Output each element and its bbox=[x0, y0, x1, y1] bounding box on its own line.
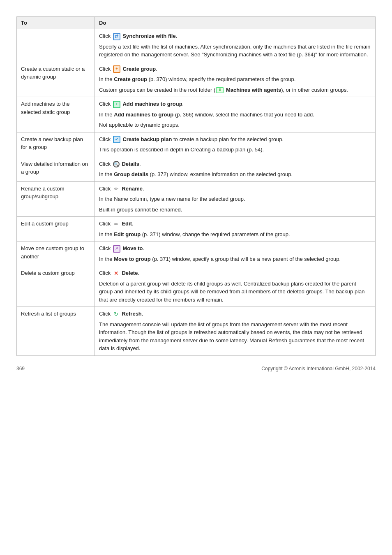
action-label: Rename bbox=[122, 186, 143, 192]
regular-text: (p. 371) window, specify a group that wi… bbox=[151, 256, 341, 262]
regular-text: (p. 366) window, select the machines tha… bbox=[173, 111, 314, 118]
edit-icon: ✏ bbox=[113, 221, 120, 228]
table-row: Add machines to the selected static grou… bbox=[17, 97, 376, 132]
regular-text: In the bbox=[99, 76, 114, 82]
table-row: View detailed information on a groupClic… bbox=[17, 157, 376, 181]
do-cell: Click 🔍 Details.In the Group details (p.… bbox=[95, 157, 376, 181]
delete-icon: ✕ bbox=[113, 270, 120, 277]
machines-icon: 🖥 bbox=[216, 87, 224, 93]
action-label: Add machines to group bbox=[122, 101, 182, 107]
add-machines-icon: + bbox=[113, 101, 120, 108]
do-block: This operation is described in depth in … bbox=[99, 146, 371, 154]
sync-icon: ⇄ bbox=[113, 33, 120, 40]
regular-text: In the bbox=[99, 231, 114, 237]
regular-text: Custom groups can be created in the root… bbox=[99, 87, 215, 93]
action-label: Delete bbox=[122, 270, 138, 276]
regular-text: ), or in other custom groups. bbox=[281, 87, 348, 93]
page-number: 369 bbox=[16, 366, 25, 372]
do-block: In the Name column, type a new name for … bbox=[99, 195, 371, 203]
do-cell: Click ⇄ Synchronize with file.Specify a … bbox=[95, 29, 376, 62]
do-block: Click ✕ Delete. bbox=[99, 269, 371, 277]
do-block: Click ↗ Move to. bbox=[99, 244, 371, 253]
do-block: Not applicable to dynamic groups. bbox=[99, 121, 371, 129]
bold-text: Create group bbox=[114, 76, 147, 82]
table-row: Click ⇄ Synchronize with file.Specify a … bbox=[17, 29, 376, 62]
do-block: In the Move to group (p. 371) window, sp… bbox=[99, 255, 371, 263]
copyright: Copyright © Acronis International GmbH, … bbox=[261, 366, 376, 372]
do-cell: Click ↗ Move to.In the Move to group (p.… bbox=[95, 242, 376, 266]
do-block: In the Edit group (p. 371) window, chang… bbox=[99, 230, 371, 239]
do-cell: Click ↻ Refresh.The management console w… bbox=[95, 307, 376, 356]
do-block: Click ✔ Create backup plan to create a b… bbox=[99, 135, 371, 144]
table-row: Move one custom group to anotherClick ↗ … bbox=[17, 242, 376, 266]
do-block: In the Group details (p. 372) window, ex… bbox=[99, 170, 371, 179]
page-footer: 369 Copyright © Acronis International Gm… bbox=[16, 366, 376, 372]
move-icon: ↗ bbox=[113, 245, 120, 253]
bold-text: Edit group bbox=[114, 231, 141, 237]
do-cell: Click ✏ Edit.In the Edit group (p. 371) … bbox=[95, 217, 376, 242]
action-label: Synchronize with file bbox=[122, 33, 175, 39]
regular-text: (p. 371) window, change the required par… bbox=[141, 231, 290, 237]
bold-text: Group details bbox=[114, 171, 148, 177]
refresh-icon: ↻ bbox=[113, 311, 120, 318]
regular-text: In the bbox=[99, 171, 114, 177]
to-cell: Create a custom static or a dynamic grou… bbox=[17, 62, 95, 97]
to-cell: Edit a custom group bbox=[17, 217, 95, 242]
regular-text: (p. 370) window, specify the required pa… bbox=[147, 76, 295, 82]
to-cell: Create a new backup plan for a group bbox=[17, 132, 95, 157]
table-row: Create a custom static or a dynamic grou… bbox=[17, 62, 376, 97]
create-group-icon: + bbox=[113, 65, 120, 73]
main-table: To Do Click ⇄ Synchronize with file.Spec… bbox=[16, 16, 376, 356]
to-cell: Move one custom group to another bbox=[17, 242, 95, 266]
do-block: Click ⇄ Synchronize with file. bbox=[99, 32, 371, 40]
to-cell: Rename a custom group/subgroup bbox=[17, 181, 95, 217]
col-do-header: Do bbox=[95, 17, 376, 29]
do-block: Built-in groups cannot be renamed. bbox=[99, 206, 371, 214]
do-block: Click + Create group. bbox=[99, 65, 371, 73]
regular-text: (p. 372) window, examine information on … bbox=[148, 171, 293, 177]
do-block: Click ✏ Rename. bbox=[99, 185, 371, 193]
action-label: Create backup plan bbox=[122, 136, 172, 142]
action-label: Move to bbox=[122, 245, 143, 251]
to-cell: Add machines to the selected static grou… bbox=[17, 97, 95, 132]
action-label: Refresh bbox=[122, 311, 141, 317]
action-label: Create group bbox=[122, 66, 156, 72]
bold-text: Move to group bbox=[114, 256, 151, 262]
bold-text: Add machines to group bbox=[114, 111, 173, 118]
do-block: Click ✏ Edit. bbox=[99, 220, 371, 228]
to-cell: Refresh a list of groups bbox=[17, 307, 95, 356]
details-icon: 🔍 bbox=[113, 161, 120, 167]
do-block: Click + Add machines to group. bbox=[99, 100, 371, 108]
regular-text: In the bbox=[99, 111, 114, 118]
to-cell: Delete a custom group bbox=[17, 266, 95, 307]
do-cell: Click ✏ Rename.In the Name column, type … bbox=[95, 181, 376, 217]
regular-text: In the bbox=[99, 256, 114, 262]
do-cell: Click + Create group.In the Create group… bbox=[95, 62, 376, 97]
do-block: In the Create group (p. 370) window, spe… bbox=[99, 75, 371, 84]
action-label: Edit bbox=[122, 221, 132, 227]
action-label: Details bbox=[122, 161, 139, 167]
backup-plan-icon: ✔ bbox=[113, 136, 120, 143]
do-cell: Click ✔ Create backup plan to create a b… bbox=[95, 132, 376, 157]
do-block: Click ↻ Refresh. bbox=[99, 310, 371, 318]
rename-icon: ✏ bbox=[113, 186, 120, 192]
do-cell: Click + Add machines to group.In the Add… bbox=[95, 97, 376, 132]
do-block: Custom groups can be created in the root… bbox=[99, 86, 371, 94]
to-cell: View detailed information on a group bbox=[17, 157, 95, 181]
to-cell bbox=[17, 29, 95, 62]
table-row: Edit a custom groupClick ✏ Edit.In the E… bbox=[17, 217, 376, 242]
do-block: In the Add machines to group (p. 366) wi… bbox=[99, 111, 371, 119]
do-block: Click 🔍 Details. bbox=[99, 160, 371, 168]
icon-label: Machines with agents bbox=[226, 87, 281, 93]
table-row: Refresh a list of groupsClick ↻ Refresh.… bbox=[17, 307, 376, 356]
do-block: Specify a text file with the list of mac… bbox=[99, 43, 371, 59]
table-row: Delete a custom groupClick ✕ Delete.Dele… bbox=[17, 266, 376, 307]
col-to-header: To bbox=[17, 17, 95, 29]
do-block: Deletion of a parent group will delete i… bbox=[99, 280, 371, 304]
do-block: The management console will update the l… bbox=[99, 320, 371, 353]
table-row: Rename a custom group/subgroupClick ✏ Re… bbox=[17, 181, 376, 217]
table-row: Create a new backup plan for a groupClic… bbox=[17, 132, 376, 157]
do-cell: Click ✕ Delete.Deletion of a parent grou… bbox=[95, 266, 376, 307]
